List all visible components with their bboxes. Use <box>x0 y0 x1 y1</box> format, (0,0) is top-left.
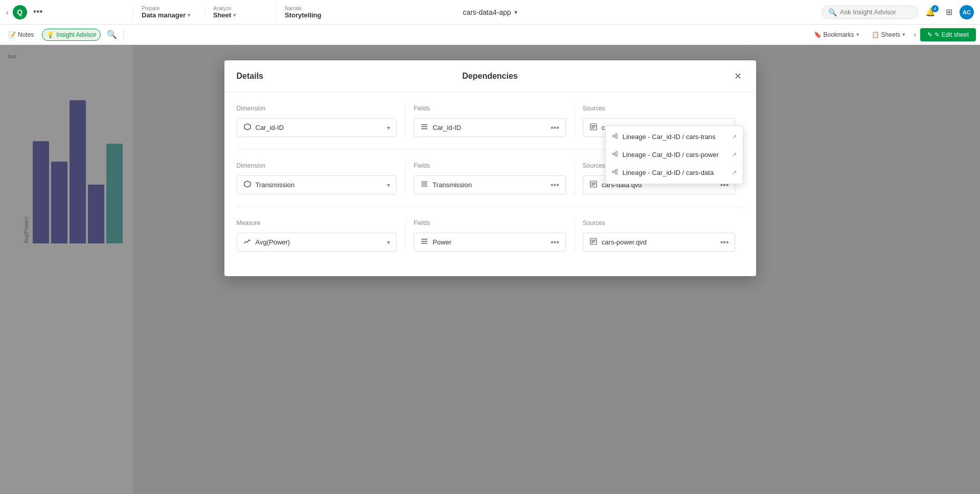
measure-label: Measure <box>237 219 397 227</box>
top-navbar: ‹ Q ••• Prepare Data manager ▾ Analyze S… <box>0 0 980 25</box>
lineage-item-2[interactable]: Lineage - Car_id-ID / cars-power ↗ <box>606 146 743 164</box>
lineage-item-1[interactable]: Lineage - Car_id-ID / cars-trans ↗ <box>606 128 743 146</box>
data-manager-button[interactable]: Data manager ▾ <box>142 11 196 19</box>
svg-rect-1 <box>421 124 427 125</box>
field-value-3: Power <box>432 238 546 246</box>
svg-line-12 <box>614 137 616 137</box>
sheet-button[interactable]: Sheet ▾ <box>213 11 268 19</box>
field-more-button-2[interactable]: ••• <box>551 181 559 190</box>
narrate-section: Narrate Storytelling <box>276 6 348 19</box>
insight-advisor-button[interactable]: 💡 Insight Advisor <box>42 29 101 41</box>
svg-point-18 <box>612 171 614 173</box>
svg-rect-31 <box>421 239 427 240</box>
svg-rect-37 <box>591 242 594 243</box>
svg-rect-5 <box>591 125 596 126</box>
measure-icon <box>243 237 252 247</box>
transmission-dimension-dropdown[interactable]: Transmission ▾ <box>237 175 397 194</box>
analyze-label: Analyze <box>213 6 268 11</box>
svg-rect-36 <box>591 241 596 242</box>
car-id-dimension-dropdown[interactable]: Car_id-ID ▾ <box>237 118 397 137</box>
svg-point-14 <box>616 151 618 153</box>
chevron-down-icon-2: ▾ <box>233 12 236 18</box>
lineage-text-2: Lineage - Car_id-ID / cars-power <box>622 151 728 159</box>
notifications-button[interactable]: 🔔 4 <box>922 5 939 19</box>
external-link-icon-2: ↗ <box>732 151 737 158</box>
svg-rect-30 <box>591 185 594 186</box>
avgpower-measure-dropdown[interactable]: Avg(Power) ▾ <box>237 233 397 252</box>
svg-point-20 <box>616 172 618 174</box>
fields-col-1: Fields Car_id-ID ••• <box>405 105 575 137</box>
field-value-2: Transmission <box>432 181 546 189</box>
svg-point-10 <box>616 137 618 139</box>
modal-overlay: Details Dependencies ✕ Dimension <box>0 45 980 494</box>
chevron-down-icon: ▾ <box>188 12 190 18</box>
dimension-col-1: Dimension Car_id-ID ▾ <box>237 105 406 137</box>
fields-col-2: Fields Transmission ••• <box>405 162 575 194</box>
edit-icon: ✎ <box>927 31 932 38</box>
dimension-label-1: Dimension <box>237 105 397 112</box>
lineage-item-3[interactable]: Lineage - Car_id-ID / cars-data ↗ <box>606 164 743 182</box>
lineage-text-3: Lineage - Car_id-ID / cars-data <box>622 169 728 176</box>
narrate-label: Narrate <box>285 6 339 11</box>
source-icon-3 <box>589 237 598 247</box>
search-icon: 🔍 <box>828 8 837 16</box>
cars-power-source-item: cars-power.qvd ••• <box>583 233 736 252</box>
lineage-icon-2 <box>612 151 618 159</box>
field-more-button-1[interactable]: ••• <box>551 123 559 132</box>
bookmarks-button[interactable]: 🔖 Bookmarks ▾ <box>810 29 863 40</box>
svg-line-17 <box>614 154 616 155</box>
svg-rect-29 <box>591 184 596 185</box>
prepare-section: Prepare Data manager ▾ <box>133 6 204 19</box>
secondary-toolbar: 📝 Notes 💡 Insight Advisor 🔍 🔖 Bookmarks … <box>0 25 980 45</box>
source-more-button-3[interactable]: ••• <box>720 238 729 247</box>
sources-label-1: Sources <box>583 105 736 112</box>
notes-icon: 📝 <box>8 31 16 38</box>
search-icon-toolbar[interactable]: 🔍 <box>105 28 119 41</box>
lineage-text-1: Lineage - Car_id-ID / cars-trans <box>622 133 728 141</box>
svg-point-13 <box>612 153 614 155</box>
svg-rect-25 <box>421 184 427 185</box>
lineage-icon-1 <box>612 133 618 141</box>
dropdown-chevron-icon-1: ▾ <box>387 124 390 131</box>
measure-col: Measure Avg(Power) ▾ <box>237 219 406 252</box>
apps-button[interactable]: ⊞ <box>943 5 955 19</box>
svg-rect-7 <box>591 128 594 128</box>
svg-rect-33 <box>421 243 427 244</box>
dialog-close-button[interactable]: ✕ <box>732 69 744 84</box>
dialog-body: Dimension Car_id-ID ▾ <box>224 93 756 276</box>
source-icon-1 <box>589 123 598 132</box>
app-title-chevron-icon: ▾ <box>514 9 517 16</box>
svg-rect-26 <box>421 186 427 187</box>
user-avatar[interactable]: AC <box>960 5 974 19</box>
svg-marker-0 <box>244 124 250 130</box>
dimension-value-1: Car_id-ID <box>256 124 383 131</box>
power-field-item: Power ••• <box>414 233 566 252</box>
back-button[interactable]: ‹ <box>4 6 11 18</box>
dialog-row-1: Dimension Car_id-ID ▾ <box>237 105 744 150</box>
storytelling-button[interactable]: Storytelling <box>285 11 339 19</box>
sources-label-3: Sources <box>583 219 736 227</box>
svg-rect-6 <box>591 127 596 127</box>
source-value-3: cars-power.qvd <box>602 238 716 246</box>
topbar-more-button[interactable]: ••• <box>29 5 47 19</box>
notes-button[interactable]: 📝 Notes <box>4 29 38 40</box>
qlik-logo-circle: Q <box>13 5 27 19</box>
dimension-label-2: Dimension <box>237 162 397 169</box>
topbar-left-section: ‹ Q ••• <box>0 5 133 19</box>
search-bar[interactable]: 🔍 <box>822 6 918 19</box>
svg-point-19 <box>616 169 618 171</box>
search-input[interactable] <box>840 8 911 16</box>
svg-line-21 <box>614 171 616 171</box>
dimension-icon-1 <box>243 123 252 132</box>
field-more-button-3[interactable]: ••• <box>551 238 559 247</box>
bookmark-icon: 🔖 <box>814 31 822 38</box>
chevron-down-icon-4: ▾ <box>902 31 905 38</box>
sheets-button[interactable]: 📋 Sheets ▾ <box>868 29 909 40</box>
svg-line-22 <box>614 172 616 173</box>
svg-rect-28 <box>591 183 596 183</box>
field-icon-1 <box>420 123 428 132</box>
more-options-icon[interactable]: › <box>914 30 916 39</box>
edit-sheet-button[interactable]: ✎ ✎ Edit sheet <box>920 28 976 41</box>
svg-point-8 <box>612 135 614 137</box>
fields-label-1: Fields <box>414 105 566 112</box>
